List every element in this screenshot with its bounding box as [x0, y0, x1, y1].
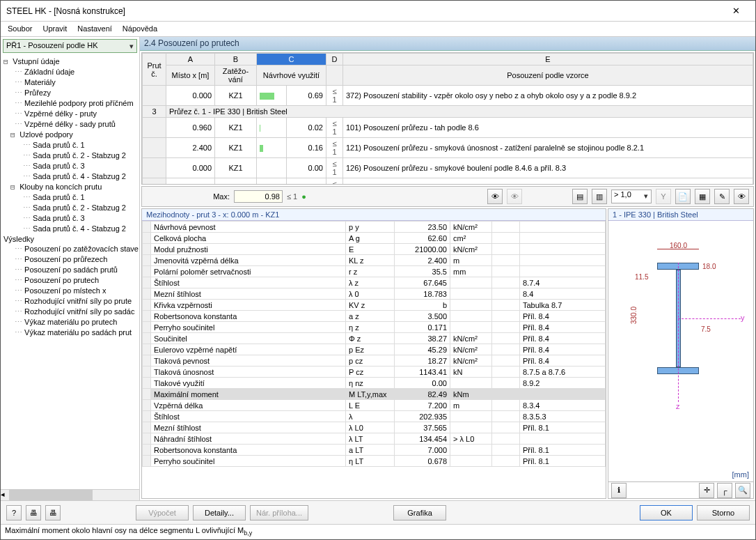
col-a: A	[166, 54, 215, 65]
view-switch-icon[interactable]: ▤	[572, 189, 588, 204]
grid-row[interactable]: 0.000KZ1 0.00 ≤ 1 126) Posouzení průřezu…	[143, 158, 753, 178]
max-value[interactable]	[234, 190, 283, 203]
tree-item[interactable]: Sada prutů č. 3	[1, 161, 139, 171]
close-button[interactable]: ✕	[722, 1, 750, 21]
tree-item[interactable]: Průřezy	[1, 88, 139, 98]
menu-upravit[interactable]: Upravit	[42, 24, 67, 33]
filter-include-icon[interactable]: 👁	[487, 189, 503, 204]
tree-item[interactable]: Materiály	[1, 77, 139, 88]
tree-item[interactable]: Sada prutů č. 3	[1, 213, 139, 224]
grid-row[interactable]: 2.400KZ1 0.46 ≤ 1 181) Posouzení průřezu…	[143, 178, 753, 185]
col-prut: Prut č.	[147, 61, 161, 78]
detail-row[interactable]: Tlaková pevnostp cz 18.27kN/cm² Příl. 8.…	[143, 355, 606, 367]
detail-row[interactable]: Křivka vzpěrnostiKV z b Tabulka 8.7	[143, 300, 606, 311]
col-vyuziti: Návrhové využití	[257, 65, 326, 86]
tree-item[interactable]: Sada prutů č. 1	[1, 140, 139, 151]
origin-icon[interactable]: ┌	[717, 483, 732, 498]
max-limit: ≤ 1	[287, 192, 297, 201]
tree-item[interactable]: Výsledky	[1, 234, 139, 244]
col-zatez: Zatěžo- vání	[215, 65, 257, 86]
grid-row[interactable]: 3Průřez č. 1 - IPE 330 | British Steel	[143, 106, 753, 118]
tree-item[interactable]: Sada prutů č. 2 - Stabzug 2	[1, 203, 139, 213]
tree-item[interactable]: Mezilehlé podpory proti příčném	[1, 98, 139, 109]
sidebar: PŘ1 - Posouzení podle HK Vstupní údajeZá…	[1, 37, 140, 500]
max-bar: Max: ≤ 1 ● 👁 👁 ▤ ▥ > 1,0 Y 📄 ▦ ✎ 👁	[141, 186, 754, 207]
tree-item[interactable]: Sada prutů č. 2 - Stabzug 2	[1, 151, 139, 161]
detail-row[interactable]: Tlakové využitíη nz 0.00 8.9.2	[143, 378, 606, 389]
picker-icon[interactable]: ✎	[714, 189, 730, 204]
sidebar-hscroll[interactable]: ◂	[1, 489, 139, 500]
tree-item[interactable]: Výkaz materiálu po prutech	[1, 317, 139, 327]
detail-row[interactable]: Náhradní štíhlostλ LT 134.454> λ L0	[143, 433, 606, 445]
storno-button[interactable]: Storno	[697, 505, 750, 520]
tree-item[interactable]: Vzpěrné délky - pruty	[1, 109, 139, 119]
calc-button: Výpočet	[136, 505, 189, 520]
grid-row[interactable]: 0.000KZ1 0.69 ≤ 1 372) Posouzení stabili…	[143, 86, 753, 106]
tree-item[interactable]: Sada prutů č. 4 - Stabzug 2	[1, 224, 139, 234]
detail-row[interactable]: Polární poloměr setrvačnostir z 35.5mm	[143, 266, 606, 277]
detail-row[interactable]: Perryho součinitelη z 0.171 Příl. 8.4	[143, 322, 606, 333]
detail-row[interactable]: Celková plochaA g 62.60cm²	[143, 233, 606, 244]
printall-button[interactable]: 🖶	[45, 505, 61, 520]
grid-row[interactable]: 2.400KZ1 0.16 ≤ 1 121) Posouzení průřezu…	[143, 138, 753, 158]
tree-item[interactable]: Posouzení po zatěžovacích stave	[1, 244, 139, 254]
detail-row[interactable]: Mezní štíhlostλ L0 37.565 Příl. 8.1	[143, 422, 606, 433]
tree-item[interactable]: Rozhodující vnitřní síly po prute	[1, 296, 139, 307]
detail-row[interactable]: Maximální momentM LT,y,max 82.49kNm	[143, 389, 606, 400]
tree-item[interactable]: Vzpěrné délky - sady prutů	[1, 119, 139, 130]
eye-icon[interactable]: 👁	[734, 189, 749, 204]
tree-item[interactable]: Sada prutů č. 1	[1, 192, 139, 203]
detail-row[interactable]: Štíhlostλ 202.935 8.3.5.3	[143, 411, 606, 422]
status-bar: Maximální moment okolo hlavní osy na dél…	[1, 524, 755, 539]
detail-row[interactable]: Tlaková únosnostP cz 1143.41kN 8.7.5 a 8…	[143, 367, 606, 378]
grafika-button[interactable]: Grafika	[393, 505, 446, 520]
tree-item[interactable]: Uzlové podpory	[1, 130, 139, 140]
tree-item[interactable]: Výkaz materiálu po sadách prut	[1, 327, 139, 338]
tree-item[interactable]: Klouby na koncích prutu	[1, 182, 139, 192]
xsection-drawing: 160.0 18.0 11.5 330.0 7.5 y z [mm]	[608, 221, 753, 481]
grid-row[interactable]: 0.960KZ1 0.02 ≤ 1 101) Posouzení průřezu…	[143, 118, 753, 138]
detail-row[interactable]: Štíhlostλ z 67.645 8.7.4	[143, 277, 606, 288]
export-excel-icon[interactable]: ▦	[695, 189, 710, 204]
color-scale-icon[interactable]: ▥	[592, 189, 607, 204]
xsection-footer: ℹ ✛ ┌ 🔍	[608, 481, 753, 498]
menu-napoveda[interactable]: Nápověda	[123, 24, 157, 33]
tree-item[interactable]: Posouzení po místech x	[1, 286, 139, 296]
details-button[interactable]: Detaily...	[193, 505, 246, 520]
detail-row[interactable]: Vzpěrná délkaL E 7.200m 8.3.4	[143, 400, 606, 411]
tree-item[interactable]: Sada prutů č. 4 - Stabzug 2	[1, 171, 139, 182]
menu-nastaveni[interactable]: Nastavení	[77, 24, 112, 33]
content: 2.4 Posouzení po prutech Prut č. A B C D…	[140, 37, 755, 500]
detail-row[interactable]: Mezní štíhlostλ 0 18.783 8.4	[143, 288, 606, 300]
tree-item[interactable]: Základní údaje	[1, 67, 139, 77]
case-combo[interactable]: PŘ1 - Posouzení podle HK	[3, 39, 137, 53]
xsection-title: 1 - IPE 330 | British Steel	[608, 209, 753, 221]
info-icon[interactable]: ℹ	[611, 483, 627, 498]
detail-row[interactable]: Návrhová pevnostp y 23.50kN/cm²	[143, 222, 606, 233]
details-table[interactable]: Návrhová pevnostp y 23.50kN/cm² Celková …	[142, 221, 606, 498]
detail-row[interactable]: Eulerovo vzpěrné napětíp Ez 45.29kN/cm² …	[143, 344, 606, 355]
detail-row[interactable]: Jmenovitá vzpěrná délkaKL z 2.400m	[143, 255, 606, 266]
tree-item[interactable]: Posouzení po prutech	[1, 275, 139, 286]
ok-button[interactable]: OK	[640, 505, 693, 520]
detail-row[interactable]: Robertsonova konstantaa z 3.500 Příl. 8.…	[143, 311, 606, 322]
results-grid[interactable]: Prut č. A B C D E Místo x [m] Zatěžo- vá…	[141, 52, 754, 185]
detail-row[interactable]: SoučinitelΦ z 38.27kN/cm² Příl. 8.4	[143, 333, 606, 344]
print-button[interactable]: 🖶	[26, 505, 41, 520]
tree-item[interactable]: Rozhodující vnitřní síly po sadác	[1, 307, 139, 317]
menu-soubor[interactable]: Soubor	[8, 24, 32, 33]
scale-select[interactable]: > 1,0	[611, 190, 652, 203]
nav-tree[interactable]: Vstupní údajeZákladní údajeMateriályPrůř…	[1, 55, 139, 489]
tree-item[interactable]: Posouzení po sadách prutů	[1, 265, 139, 275]
xsection-unit: [mm]	[732, 470, 749, 479]
tree-item[interactable]: Vstupní údaje	[1, 56, 139, 67]
detail-row[interactable]: Perryho součinitelη LT 0.678 Příl. 8.1	[143, 456, 606, 467]
detail-row[interactable]: Modul pružnostiE 21000.00kN/cm²	[143, 244, 606, 255]
button-row: ? 🖶 🖶 Výpočet Detaily... Nár. příloha...…	[1, 500, 755, 524]
tree-item[interactable]: Posouzení po průřezech	[1, 254, 139, 265]
zoom-icon[interactable]: 🔍	[735, 483, 750, 498]
help-button[interactable]: ?	[6, 505, 22, 520]
detail-row[interactable]: Robertsonova konstantaa LT 7.000 Příl. 8…	[143, 445, 606, 456]
axis-icon[interactable]: ✛	[699, 483, 714, 498]
tool-1-icon[interactable]: 📄	[675, 189, 691, 204]
